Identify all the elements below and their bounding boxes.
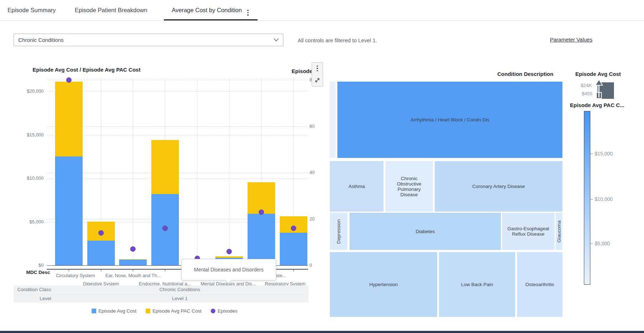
purple-circle-swatch: [211, 309, 215, 313]
treemap-tile[interactable]: Depression: [330, 213, 347, 250]
mdc-desc-axis-label: MDC Desc: [26, 270, 50, 275]
chevron-down-icon: [274, 38, 279, 42]
tile-label: Chronic Obstructive Pulmonary Disease: [389, 176, 429, 197]
episodes-bubble[interactable]: [66, 77, 72, 83]
treemap-tile[interactable]: Glaucoma: [556, 213, 562, 250]
treemap-tile[interactable]: Hypertension: [330, 252, 437, 317]
y-tick: $15,000: [0, 132, 44, 137]
x-category-label[interactable]: Ear, Nose, Mouth and Th...: [105, 273, 161, 278]
treemap-title: Condition Description: [497, 71, 553, 77]
tab-episode-summary[interactable]: Episode Summary: [8, 0, 56, 20]
tab-bar: Episode Summary Episode Patient Breakdow…: [0, 0, 644, 21]
tile-label: Glaucoma: [556, 220, 562, 242]
colorbar-tick-label: $10,000: [595, 196, 613, 202]
tile-label: Gastro-Esophageal Reflux Disease: [506, 226, 551, 237]
treemap-tile[interactable]: Coronary Artery Disease: [435, 161, 562, 212]
active-tab-underline: [164, 19, 258, 20]
treemap-tile[interactable]: [330, 82, 336, 158]
parameter-values-link[interactable]: Parameter Values: [550, 37, 592, 43]
bar-pac-segment[interactable]: [119, 259, 147, 260]
treemap-tile[interactable]: Arrhythmia / Heart Block / Condn Dis: [337, 82, 562, 158]
tile-label: Hypertension: [369, 282, 398, 287]
bar-pac-segment[interactable]: [215, 256, 243, 258]
y-tick: $20,000: [0, 88, 44, 94]
episodes-bubble[interactable]: [130, 246, 136, 252]
dashboard: Episode Summary Episode Patient Breakdow…: [0, 0, 644, 333]
pac-cost-colorbar: [584, 111, 590, 285]
tile-label: Depression: [336, 219, 341, 243]
blue-square-swatch: [92, 309, 96, 313]
yellow-square-swatch: [146, 309, 150, 313]
y2-tick: 40: [309, 170, 314, 175]
x-category-label[interactable]: Circulatory System: [56, 273, 95, 278]
tile-label: Osteoarthritis: [525, 282, 554, 287]
table-row: Condition Class Chronic Conditions: [14, 285, 308, 294]
tile-label: Coronary Artery Disease: [472, 184, 525, 189]
bar-cost-segment[interactable]: [55, 156, 83, 265]
episodes-bubble[interactable]: [291, 226, 296, 231]
episodes-bubble[interactable]: [162, 226, 168, 231]
tooltip-text: Mental Diseases and Disorders: [194, 267, 264, 272]
y2-tick: 60: [309, 124, 314, 129]
legend-label: Episode Avg Cost: [98, 308, 136, 314]
condition-filter-table: Condition Class Chronic Conditions Level…: [14, 285, 308, 303]
dropdown-value: Chronic Conditions: [18, 37, 64, 43]
bar-chart-title: Episode Avg Cost / Episode Avg PAC Cost: [33, 67, 141, 73]
data-tooltip: Mental Diseases and Disorders: [181, 259, 276, 280]
treemap-tile[interactable]: Osteoarthritis: [517, 252, 562, 317]
bar-pac-segment[interactable]: [248, 182, 275, 214]
legend-item: Episode Avg Cost: [92, 308, 136, 314]
tab-average-cost-by-condition[interactable]: Average Cost by Condition: [172, 0, 242, 20]
tile-label: Arrhythmia / Heart Block / Condn Dis: [410, 117, 489, 122]
treemap-tile[interactable]: Chronic Obstructive Pulmonary Disease: [385, 161, 433, 212]
treemap-tile[interactable]: Gastro-Esophageal Reflux Disease: [502, 213, 555, 250]
bar-cost-segment[interactable]: [248, 214, 275, 265]
object-menu-dots-icon[interactable]: [317, 66, 318, 72]
y2-tick: 0: [309, 262, 312, 268]
bar-cost-segment[interactable]: [119, 260, 147, 265]
tile-label: Diabetes: [416, 229, 435, 234]
row-label: Level: [40, 296, 51, 301]
episodes-bubble[interactable]: [259, 209, 264, 215]
size-legend-title: Episode Avg Cost: [575, 71, 621, 77]
condition-class-dropdown[interactable]: Chronic Conditions: [14, 34, 283, 46]
bar-pac-segment[interactable]: [151, 140, 179, 194]
size-legend-max: $24K: [581, 83, 592, 88]
colorbar-tick-label: $5,000: [595, 241, 610, 246]
episodes-bubble[interactable]: [226, 249, 232, 254]
bottom-window-edge: [0, 331, 644, 333]
bar-cost-segment[interactable]: [280, 233, 307, 265]
legend-label: Episodes: [218, 308, 238, 314]
size-legend-icon: [594, 79, 615, 100]
filter-note: All controls are filtered to Level 1.: [298, 37, 377, 43]
y-tick: $0: [0, 262, 44, 268]
legend-item: Episodes: [211, 308, 238, 314]
treemap-tile[interactable]: Low Back Pain: [439, 252, 515, 317]
treemap-tile[interactable]: Diabetes: [350, 213, 501, 250]
y2-tick: 20: [309, 216, 314, 222]
bar-cost-segment[interactable]: [87, 241, 115, 265]
legend-label: Episode Avg PAC Cost: [152, 308, 201, 314]
bar-pac-segment[interactable]: [55, 82, 83, 156]
maximize-icon[interactable]: [314, 77, 321, 83]
colorbar-tick-label: $15,000: [595, 151, 613, 156]
tab-episode-patient-breakdown[interactable]: Episode Patient Breakdown: [75, 0, 147, 20]
chart-hover-toolbar[interactable]: [312, 62, 323, 87]
tile-label: Asthma: [348, 184, 365, 189]
size-legend-min: $455: [582, 91, 592, 96]
row-value: Level 1: [51, 296, 308, 301]
tab-menu-dots-icon[interactable]: [247, 10, 249, 16]
treemap-tile[interactable]: Asthma: [330, 161, 384, 212]
table-row: Level Level 1: [14, 294, 308, 303]
row-value: Chronic Conditions: [51, 287, 308, 292]
y-tick: $10,000: [0, 175, 44, 181]
color-legend-title: Episode Avg PAC C...: [570, 102, 624, 108]
legend-item: Episode Avg PAC Cost: [146, 308, 201, 314]
tile-label: Low Back Pain: [461, 282, 493, 287]
y-tick: $5,000: [0, 219, 44, 225]
bar-chart-legend: Episode Avg Cost Episode Avg PAC Cost Ep…: [92, 308, 238, 314]
episodes-bubble[interactable]: [98, 230, 104, 236]
row-label: Condition Class: [17, 287, 51, 292]
